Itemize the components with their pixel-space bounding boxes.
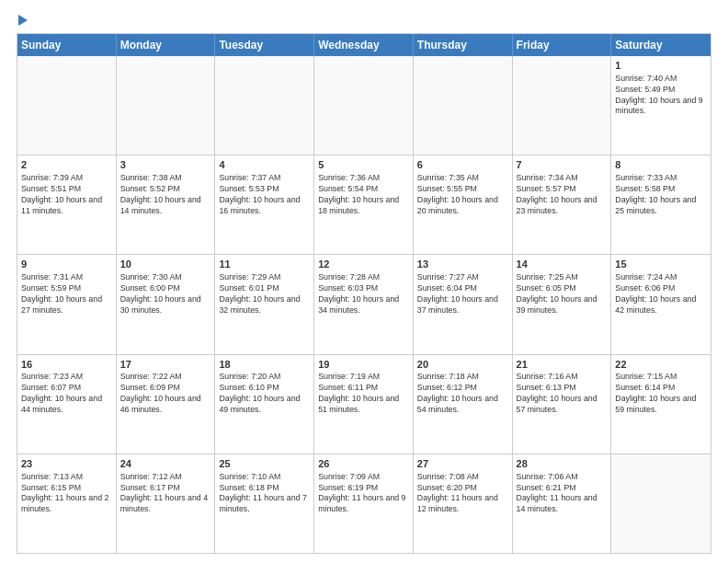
day-info: Sunrise: 7:18 AM Sunset: 6:12 PM Dayligh…	[417, 372, 508, 416]
calendar-day-2: 2Sunrise: 7:39 AM Sunset: 5:51 PM Daylig…	[17, 155, 117, 254]
day-header-wednesday: Wednesday	[314, 34, 414, 56]
day-header-tuesday: Tuesday	[215, 34, 314, 56]
calendar-day-8: 8Sunrise: 7:33 AM Sunset: 5:58 PM Daylig…	[611, 155, 711, 254]
day-info: Sunrise: 7:30 AM Sunset: 6:00 PM Dayligh…	[120, 272, 211, 316]
calendar-day-22: 22Sunrise: 7:15 AM Sunset: 6:14 PM Dayli…	[611, 355, 711, 454]
day-number: 7	[517, 158, 608, 172]
calendar-day-19: 19Sunrise: 7:19 AM Sunset: 6:11 PM Dayli…	[314, 355, 414, 454]
day-header-thursday: Thursday	[414, 34, 513, 56]
day-number: 16	[21, 358, 112, 372]
calendar-day-5: 5Sunrise: 7:36 AM Sunset: 5:54 PM Daylig…	[314, 155, 414, 254]
day-info: Sunrise: 7:10 AM Sunset: 6:18 PM Dayligh…	[219, 472, 310, 516]
day-number: 18	[219, 358, 310, 372]
day-number: 6	[417, 158, 508, 172]
calendar-empty-cell	[117, 56, 216, 155]
day-number: 1	[615, 59, 707, 73]
calendar-empty-cell	[314, 56, 414, 155]
day-info: Sunrise: 7:27 AM Sunset: 6:04 PM Dayligh…	[417, 272, 508, 316]
day-info: Sunrise: 7:22 AM Sunset: 6:09 PM Dayligh…	[120, 372, 211, 416]
calendar-empty-cell	[215, 56, 314, 155]
calendar-day-10: 10Sunrise: 7:30 AM Sunset: 6:00 PM Dayli…	[117, 255, 216, 353]
day-number: 25	[219, 457, 310, 471]
day-info: Sunrise: 7:29 AM Sunset: 6:01 PM Dayligh…	[219, 272, 310, 316]
calendar-day-11: 11Sunrise: 7:29 AM Sunset: 6:01 PM Dayli…	[215, 255, 314, 353]
day-number: 23	[21, 457, 112, 471]
day-number: 15	[615, 258, 707, 271]
header	[17, 15, 711, 26]
calendar-empty-cell	[611, 454, 711, 553]
day-info: Sunrise: 7:38 AM Sunset: 5:52 PM Dayligh…	[120, 173, 211, 217]
calendar-row-2: 2Sunrise: 7:39 AM Sunset: 5:51 PM Daylig…	[17, 155, 711, 255]
calendar-row-4: 16Sunrise: 7:23 AM Sunset: 6:07 PM Dayli…	[17, 355, 711, 454]
calendar-day-13: 13Sunrise: 7:27 AM Sunset: 6:04 PM Dayli…	[414, 255, 513, 353]
day-number: 9	[21, 258, 112, 271]
day-info: Sunrise: 7:31 AM Sunset: 5:59 PM Dayligh…	[21, 272, 112, 316]
logo-triangle-icon	[18, 15, 28, 26]
calendar-day-16: 16Sunrise: 7:23 AM Sunset: 6:07 PM Dayli…	[17, 355, 117, 454]
day-header-friday: Friday	[513, 34, 612, 56]
day-number: 19	[318, 358, 409, 372]
day-info: Sunrise: 7:08 AM Sunset: 6:20 PM Dayligh…	[417, 472, 508, 516]
calendar: SundayMondayTuesdayWednesdayThursdayFrid…	[17, 33, 711, 554]
day-info: Sunrise: 7:40 AM Sunset: 5:49 PM Dayligh…	[615, 74, 707, 118]
calendar-day-18: 18Sunrise: 7:20 AM Sunset: 6:10 PM Dayli…	[215, 355, 314, 454]
day-info: Sunrise: 7:06 AM Sunset: 6:21 PM Dayligh…	[517, 472, 608, 516]
day-info: Sunrise: 7:39 AM Sunset: 5:51 PM Dayligh…	[21, 173, 112, 217]
day-info: Sunrise: 7:23 AM Sunset: 6:07 PM Dayligh…	[21, 372, 112, 416]
day-number: 27	[417, 457, 508, 471]
day-info: Sunrise: 7:16 AM Sunset: 6:13 PM Dayligh…	[517, 372, 608, 416]
day-header-monday: Monday	[117, 34, 216, 56]
day-info: Sunrise: 7:36 AM Sunset: 5:54 PM Dayligh…	[318, 173, 409, 217]
day-info: Sunrise: 7:09 AM Sunset: 6:19 PM Dayligh…	[318, 472, 409, 516]
day-number: 28	[517, 457, 608, 471]
day-number: 10	[120, 258, 211, 271]
calendar-row-1: 1Sunrise: 7:40 AM Sunset: 5:49 PM Daylig…	[17, 56, 711, 155]
calendar-empty-cell	[414, 56, 513, 155]
calendar-day-23: 23Sunrise: 7:13 AM Sunset: 6:15 PM Dayli…	[17, 454, 117, 553]
day-number: 11	[219, 258, 310, 271]
calendar-day-6: 6Sunrise: 7:35 AM Sunset: 5:55 PM Daylig…	[414, 155, 513, 254]
calendar-body: 1Sunrise: 7:40 AM Sunset: 5:49 PM Daylig…	[17, 56, 711, 553]
day-number: 20	[417, 358, 508, 372]
calendar-empty-cell	[17, 56, 117, 155]
calendar-day-1: 1Sunrise: 7:40 AM Sunset: 5:49 PM Daylig…	[611, 56, 711, 155]
day-info: Sunrise: 7:12 AM Sunset: 6:17 PM Dayligh…	[120, 472, 211, 516]
day-header-saturday: Saturday	[611, 34, 711, 56]
day-info: Sunrise: 7:35 AM Sunset: 5:55 PM Dayligh…	[417, 173, 508, 217]
calendar-row-3: 9Sunrise: 7:31 AM Sunset: 5:59 PM Daylig…	[17, 255, 711, 354]
calendar-day-24: 24Sunrise: 7:12 AM Sunset: 6:17 PM Dayli…	[117, 454, 216, 553]
calendar-day-9: 9Sunrise: 7:31 AM Sunset: 5:59 PM Daylig…	[17, 255, 117, 353]
day-number: 13	[417, 258, 508, 271]
page: SundayMondayTuesdayWednesdayThursdayFrid…	[0, 0, 728, 563]
day-info: Sunrise: 7:25 AM Sunset: 6:05 PM Dayligh…	[517, 272, 608, 316]
day-info: Sunrise: 7:20 AM Sunset: 6:10 PM Dayligh…	[219, 372, 310, 416]
day-number: 22	[615, 358, 707, 372]
calendar-day-17: 17Sunrise: 7:22 AM Sunset: 6:09 PM Dayli…	[117, 355, 216, 454]
day-info: Sunrise: 7:15 AM Sunset: 6:14 PM Dayligh…	[615, 372, 707, 416]
calendar-day-21: 21Sunrise: 7:16 AM Sunset: 6:13 PM Dayli…	[513, 355, 612, 454]
calendar-day-28: 28Sunrise: 7:06 AM Sunset: 6:21 PM Dayli…	[513, 454, 612, 553]
day-number: 24	[120, 457, 211, 471]
day-header-sunday: Sunday	[17, 34, 117, 56]
day-info: Sunrise: 7:33 AM Sunset: 5:58 PM Dayligh…	[615, 173, 707, 217]
calendar-day-15: 15Sunrise: 7:24 AM Sunset: 6:06 PM Dayli…	[611, 255, 711, 353]
calendar-day-26: 26Sunrise: 7:09 AM Sunset: 6:19 PM Dayli…	[314, 454, 414, 553]
calendar-day-7: 7Sunrise: 7:34 AM Sunset: 5:57 PM Daylig…	[513, 155, 612, 254]
calendar-day-3: 3Sunrise: 7:38 AM Sunset: 5:52 PM Daylig…	[117, 155, 216, 254]
day-info: Sunrise: 7:34 AM Sunset: 5:57 PM Dayligh…	[517, 173, 608, 217]
calendar-day-4: 4Sunrise: 7:37 AM Sunset: 5:53 PM Daylig…	[215, 155, 314, 254]
calendar-day-27: 27Sunrise: 7:08 AM Sunset: 6:20 PM Dayli…	[414, 454, 513, 553]
day-number: 5	[318, 158, 409, 172]
day-info: Sunrise: 7:28 AM Sunset: 6:03 PM Dayligh…	[318, 272, 409, 316]
day-number: 12	[318, 258, 409, 271]
day-number: 2	[21, 158, 112, 172]
calendar-day-25: 25Sunrise: 7:10 AM Sunset: 6:18 PM Dayli…	[215, 454, 314, 553]
day-number: 3	[120, 158, 211, 172]
calendar-empty-cell	[513, 56, 612, 155]
logo	[17, 15, 28, 26]
calendar-header: SundayMondayTuesdayWednesdayThursdayFrid…	[17, 34, 711, 56]
calendar-day-20: 20Sunrise: 7:18 AM Sunset: 6:12 PM Dayli…	[414, 355, 513, 454]
day-info: Sunrise: 7:24 AM Sunset: 6:06 PM Dayligh…	[615, 272, 707, 316]
calendar-day-14: 14Sunrise: 7:25 AM Sunset: 6:05 PM Dayli…	[513, 255, 612, 353]
calendar-row-5: 23Sunrise: 7:13 AM Sunset: 6:15 PM Dayli…	[17, 454, 711, 553]
